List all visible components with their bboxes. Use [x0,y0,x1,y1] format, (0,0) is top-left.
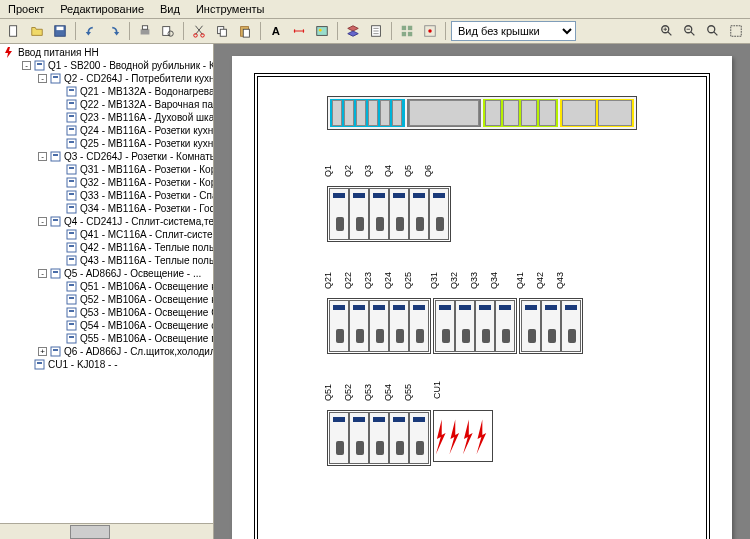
expand-toggle[interactable]: - [38,269,47,278]
expand-toggle[interactable]: - [38,152,47,161]
device-icon [66,242,77,253]
device-tree[interactable]: Ввод питания НН -Q1 - SB200 - Вводной ру… [0,44,213,523]
svg-rect-40 [69,141,74,143]
svg-rect-34 [69,102,74,104]
svg-rect-69 [67,334,76,343]
breaker-label: Q24 [383,272,393,289]
svg-rect-37 [67,126,76,135]
zoom-out-icon[interactable] [680,21,700,41]
tree-item[interactable]: Q43 - MB116A - Теплые полы - Ко [2,254,211,267]
redo-icon[interactable] [104,21,124,41]
tree-item[interactable]: -Q1 - SB200 - Вводной рубильник - Коридо [2,59,211,72]
tree-item[interactable]: -Q2 - CD264J - Потребители кухни - Кух [2,72,211,85]
zoom-in-icon[interactable] [657,21,677,41]
menu-edit[interactable]: Редактирование [56,2,148,16]
svg-rect-71 [51,347,60,356]
breaker: Q55 [409,412,429,464]
breaker-label: Q42 [535,272,545,289]
tree-item-label: Q24 - MB116A - Розетки кухни 1 - К [80,125,213,136]
breaker-label: Q41 [515,272,525,289]
device-icon [66,281,77,292]
svg-rect-61 [67,282,76,291]
print-icon[interactable] [135,21,155,41]
grid-icon[interactable] [397,21,417,41]
dimension-icon[interactable] [289,21,309,41]
tree-item[interactable]: Q54 - MB106A - Освещение спальн [2,319,211,332]
tree-item[interactable]: Q21 - MB132A - Водонагреватель - [2,85,211,98]
tree-item[interactable]: Q53 - MB106A - Освещение СУ2,ко [2,306,211,319]
device-icon [66,86,77,97]
open-icon[interactable] [27,21,47,41]
tree-item[interactable]: Q23 - MB116A - Духовой шкаф - Ку [2,111,211,124]
canvas-area[interactable]: Q1Q2Q3Q4Q5Q6 Q21Q22Q23Q24Q25Q31Q32Q33Q34… [214,44,750,539]
tree-item[interactable]: Q34 - MB116A - Розетки - Гостиная [2,202,211,215]
svg-rect-3 [141,29,150,34]
svg-rect-33 [67,100,76,109]
tree-item[interactable]: Q32 - MB116A - Розетки - Коридор [2,176,211,189]
save-icon[interactable] [50,21,70,41]
zoom-window-icon[interactable] [726,21,746,41]
view-mode-select[interactable]: Вид без крышки [451,21,576,41]
menubar: Проект Редактирование Вид Инструменты [0,0,750,19]
tree-item[interactable]: Q31 - MB116A - Розетки - Коридор [2,163,211,176]
tree-item[interactable]: -Q5 - AD866J - Освещение - ... [2,267,211,280]
menu-tools[interactable]: Инструменты [192,2,269,16]
tree-item[interactable]: Q25 - MB116A - Розетки кухни 2 - К [2,137,211,150]
breaker-group: Q41Q42Q43 [519,298,583,354]
svg-rect-19 [402,32,406,36]
expand-toggle[interactable]: - [22,61,31,70]
breaker: Q33 [475,300,495,352]
tree-item-label: Q43 - MB116A - Теплые полы - Ко [80,255,213,266]
svg-rect-62 [69,284,74,286]
snap-icon[interactable] [420,21,440,41]
breaker: Q51 [329,412,349,464]
cut-icon[interactable] [189,21,209,41]
tree-item[interactable]: Q24 - MB116A - Розетки кухни 1 - К [2,124,211,137]
svg-rect-59 [51,269,60,278]
breaker-row-1: Q1Q2Q3Q4Q5Q6 [327,186,637,242]
breaker: Q1 [329,188,349,240]
menu-view[interactable]: Вид [156,2,184,16]
menu-project[interactable]: Проект [4,2,48,16]
page-icon[interactable] [366,21,386,41]
tree-item[interactable]: -Q4 - CD241J - Сплит-система,теплые - [2,215,211,228]
tree-item[interactable]: Q33 - MB116A - Розетки - Спальня [2,189,211,202]
svg-rect-52 [53,219,58,221]
drawing-sheet: Q1Q2Q3Q4Q5Q6 Q21Q22Q23Q24Q25Q31Q32Q33Q34… [232,56,732,539]
svg-rect-5 [163,27,170,36]
breaker: Q21 [329,300,349,352]
tree-item[interactable]: Q22 - MB132A - Варочная панель - [2,98,211,111]
new-icon[interactable] [4,21,24,41]
image-icon[interactable] [312,21,332,41]
tree-item[interactable]: Q51 - MB106A - Освещение кухни - [2,280,211,293]
terminal-block-n [330,99,405,127]
device-icon [66,307,77,318]
tree-item[interactable]: Q52 - MB106A - Освещение коридо [2,293,211,306]
text-icon[interactable]: A [266,21,286,41]
svg-rect-48 [69,193,74,195]
tree-item[interactable]: Q41 - MC116A - Сплит-система - Го [2,228,211,241]
preview-icon[interactable] [158,21,178,41]
copy-icon[interactable] [212,21,232,41]
svg-rect-39 [67,139,76,148]
expand-toggle[interactable]: - [38,217,47,226]
undo-icon[interactable] [81,21,101,41]
tree-item[interactable]: +Q6 - AD866J - Сл.щиток,холодильник - [2,345,211,358]
layers-icon[interactable] [343,21,363,41]
svg-rect-17 [402,26,406,30]
tree-item[interactable]: -Q3 - CD264J - Розетки - Комнаты [2,150,211,163]
paste-icon[interactable] [235,21,255,41]
tree-item[interactable]: CU1 - KJ018 - - [2,358,211,371]
tree-item[interactable]: Q42 - MB116A - Теплые полы - Ко [2,241,211,254]
svg-rect-38 [69,128,74,130]
svg-rect-68 [69,323,74,325]
tree-root-label: Ввод питания НН [18,47,99,58]
svg-point-22 [428,29,432,33]
zoom-fit-icon[interactable] [703,21,723,41]
expand-toggle[interactable]: + [38,347,47,356]
tree-item[interactable]: Q55 - MB106A - Освещение гостин [2,332,211,345]
tree-h-scrollbar[interactable] [0,523,213,539]
svg-rect-63 [67,295,76,304]
expand-toggle[interactable]: - [38,74,47,83]
breaker-label: Q52 [343,384,353,401]
